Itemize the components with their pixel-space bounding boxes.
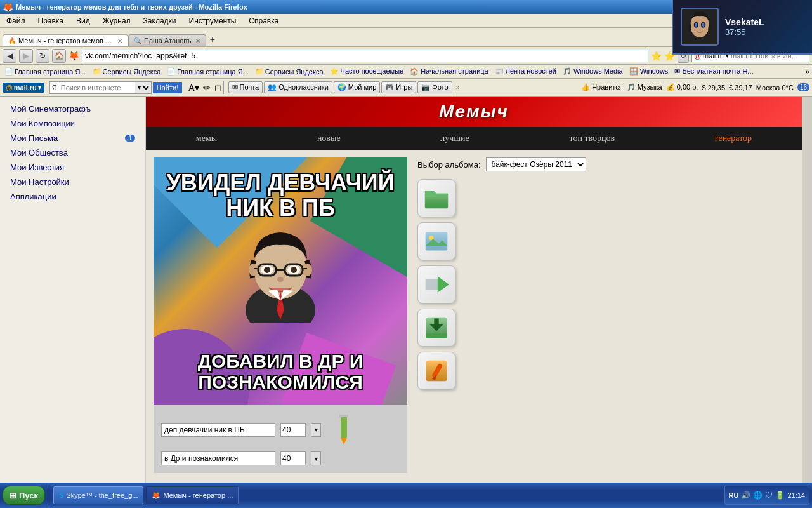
more-tools[interactable]: » <box>456 84 460 91</box>
tab-memich-close[interactable]: ✕ <box>117 37 122 44</box>
taskbar-skype[interactable]: S Skype™ - the_free_g... <box>53 486 143 504</box>
games-button[interactable]: 🎮 Игры <box>381 81 416 93</box>
svg-marker-34 <box>438 276 449 292</box>
site-header: Мемыч <box>146 97 802 127</box>
reload-button[interactable]: ↻ <box>36 49 49 63</box>
mail-logo[interactable]: @mail.ru ▾ <box>3 83 44 93</box>
svg-point-4 <box>695 23 698 27</box>
nav-new[interactable]: новые <box>304 127 353 150</box>
clipboard-tool[interactable]: ◻ <box>214 83 222 93</box>
sidebar: Мой Синематографъ Мои Композиции Мои Пис… <box>0 97 146 483</box>
speaker-icon: 🔊 <box>741 491 750 500</box>
svg-rect-30 <box>426 232 448 250</box>
menu-bookmarks[interactable]: Закладки <box>140 15 180 27</box>
currency-eur: € 39,17 <box>729 84 752 91</box>
bookmark-4[interactable]: 📁Сервисы Яндекса <box>253 67 325 76</box>
meme-text-input-2[interactable] <box>161 451 275 465</box>
bookmark-5[interactable]: ⭐ Часто посещаемые <box>328 67 406 76</box>
svg-rect-38 <box>434 318 438 326</box>
new-tab-button[interactable]: + <box>206 32 219 46</box>
tab-pasha-close[interactable]: ✕ <box>195 37 200 44</box>
notification-badge: 16 <box>797 83 809 91</box>
menu-edit[interactable]: Правка <box>34 15 68 27</box>
menu-tools[interactable]: Инструменты <box>185 15 240 27</box>
back-button[interactable]: ◀ <box>3 49 16 63</box>
memich-taskbar-icon: 🦊 <box>152 491 160 500</box>
clock-time: 21:14 <box>787 491 805 500</box>
music-btn[interactable]: 🎵 Музыка <box>627 83 662 91</box>
sidebar-apps[interactable]: Аппликации <box>0 189 145 204</box>
nav-memes[interactable]: мемы <box>183 127 230 150</box>
image-button[interactable] <box>417 222 455 260</box>
album-label: Выбор альбома: <box>417 160 481 170</box>
nav-generator[interactable]: генератор <box>702 127 764 150</box>
menu-help[interactable]: Справка <box>245 15 282 27</box>
sidebar-compositions[interactable]: Мои Композиции <box>0 116 145 131</box>
sidebar-letters[interactable]: Мои Письма 1 <box>0 131 145 145</box>
font-size-input-1[interactable] <box>280 423 306 437</box>
bookmark-3[interactable]: 📄Главная страница Я... <box>165 67 251 76</box>
ff-logo: 🦊 <box>69 51 79 61</box>
edit-button[interactable] <box>417 352 455 390</box>
folder-button[interactable] <box>417 179 455 217</box>
home-button[interactable]: 🏠 <box>52 49 66 63</box>
start-button[interactable]: ⊞ Пуск <box>3 486 45 505</box>
tab-pasha[interactable]: 🔍 Паша Атановъ ✕ <box>128 34 206 46</box>
sidebar-settings[interactable]: Мои Настройки <box>0 175 145 189</box>
bookmark-windows-media[interactable]: 🎵 Windows Media <box>561 67 625 76</box>
right-panel: Выбор альбома: байк-фест Озёры 2011 Мои … <box>417 157 794 390</box>
svg-marker-25 <box>341 438 347 444</box>
mail-search-button[interactable]: Найти! <box>153 82 182 93</box>
memich-taskbar-label: Мемыч - генератор ... <box>163 491 233 499</box>
skype-label: Skype™ - the_free_g... <box>66 491 138 499</box>
nav-best[interactable]: лучшие <box>428 127 482 150</box>
forward-button[interactable]: ▶ <box>19 49 33 63</box>
mail-button[interactable]: ✉ Почта <box>228 81 263 93</box>
bookmark-mail[interactable]: ✉ Бесплатная почта Н... <box>672 67 755 76</box>
mail-search-wrapper: Я ▾ <box>49 81 152 94</box>
field-row-2: ▾ <box>161 451 400 465</box>
menu-view[interactable]: Вид <box>72 15 94 27</box>
menu-history[interactable]: Журнал <box>99 15 134 27</box>
save-button[interactable] <box>417 309 455 347</box>
album-select[interactable]: байк-фест Озёры 2011 Мои фотографии Новы… <box>486 157 586 171</box>
photo-button[interactable]: 📷 Фото <box>417 81 452 93</box>
svg-point-18 <box>264 267 270 273</box>
browser-content: Мой Синематографъ Мои Композиции Мои Пис… <box>0 97 812 483</box>
font-size-dropdown-1[interactable]: ▾ <box>311 423 321 437</box>
address-input[interactable] <box>82 50 648 62</box>
search-dropdown[interactable]: ▾ <box>135 82 151 93</box>
meme-image: УВИДЕЛ ДЕВЧАЧИЙ НИК В ПБ <box>154 157 407 405</box>
meme-bottom-text: ДОБАВИЛ В ДР И ПОЗНАКОМИЛСЯ <box>166 351 395 392</box>
sidebar-news[interactable]: Мои Известия <box>0 160 145 175</box>
user-panel: VsekateL 37:55 <box>672 0 812 55</box>
taskbar-memich[interactable]: 🦊 Мемыч - генератор ... <box>146 486 239 504</box>
nav-top[interactable]: топ творцов <box>557 127 628 150</box>
share-button[interactable] <box>417 265 455 304</box>
myworld-button[interactable]: 🌍 Мой мир <box>334 81 381 93</box>
svg-rect-24 <box>341 416 347 438</box>
bookmark-7[interactable]: 📰 Лента новостей <box>493 67 558 76</box>
color-tool[interactable]: ✏ <box>203 83 211 93</box>
bookmark-6[interactable]: 🏠 Начальная страница <box>408 67 490 76</box>
bookmark-1[interactable]: 📄Главная страница Я... <box>3 67 88 76</box>
font-size-dropdown-2[interactable]: ▾ <box>311 451 321 465</box>
album-selector: Выбор альбома: байк-фест Озёры 2011 Мои … <box>417 157 794 171</box>
sidebar-societies[interactable]: Мои Общества <box>0 145 145 160</box>
font-size-input-2[interactable] <box>280 451 306 465</box>
font-size-tool[interactable]: А▾ <box>188 83 199 93</box>
like-btn[interactable]: 👍 Нравится <box>581 83 623 91</box>
bookmark-windows[interactable]: 🪟 Windows <box>627 67 671 76</box>
tab-memich[interactable]: 🔥 Мемыч - генератор мемов для тебя и т..… <box>3 34 128 46</box>
meme-text-input-1[interactable] <box>161 423 275 437</box>
bookmarks-more[interactable]: » <box>805 67 809 76</box>
network-icon: 🌐 <box>753 491 763 500</box>
skype-icon: S <box>59 491 63 499</box>
scrollbar[interactable] <box>802 97 812 483</box>
mail-search-input[interactable] <box>59 82 135 93</box>
username: VsekateL <box>725 17 764 27</box>
ok-button[interactable]: 👥 Одноклассники <box>264 81 332 93</box>
bookmark-2[interactable]: 📁Сервисы Яндекса <box>91 67 163 76</box>
sidebar-cinematograph[interactable]: Мой Синематографъ <box>0 102 145 116</box>
menu-file[interactable]: Файл <box>3 15 29 27</box>
